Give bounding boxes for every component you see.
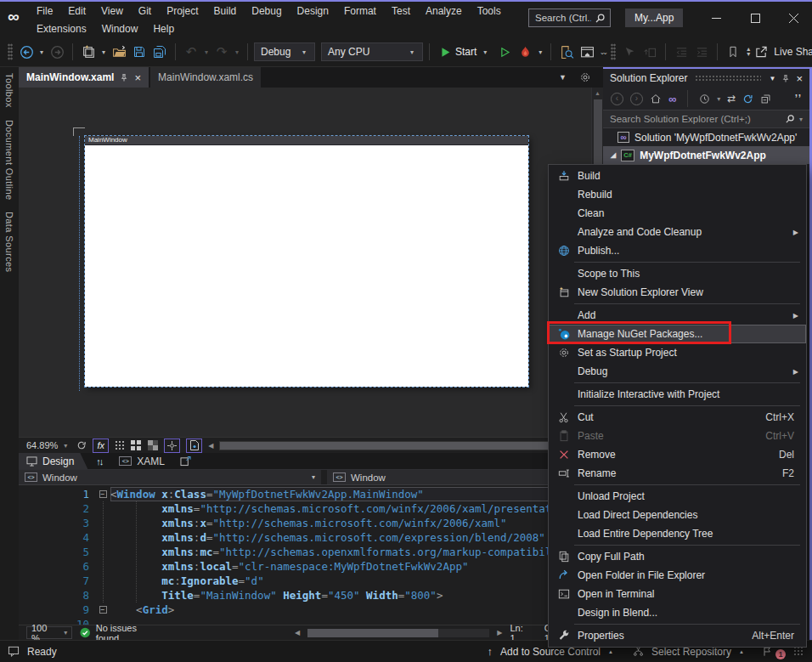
code-line-5[interactable]: 5 xmlns:mc="http://schemas.openxmlformat… [19, 545, 603, 559]
code-line-2[interactable]: 2 xmlns="http://schemas.microsoft.com/wi… [19, 501, 603, 516]
expander-icon[interactable]: ◢ [611, 152, 616, 159]
swap-panes-button[interactable]: ↑↓ [87, 453, 110, 469]
sync-with-active-document-button[interactable]: ∞ [668, 93, 676, 105]
context-menu-item-copy-full-path[interactable]: Copy Full Path [549, 547, 806, 566]
save-all-button[interactable] [150, 42, 169, 61]
tab-mainwindow-xaml-cs[interactable]: MainWindow.xaml.cs [150, 67, 261, 88]
tool-tab-data-sources[interactable]: Data Sources [4, 212, 14, 272]
menubar-item-test[interactable]: Test [384, 2, 418, 20]
pending-changes-filter-button[interactable] [699, 93, 710, 105]
find-in-files-button[interactable] [557, 42, 576, 61]
menubar-item-extensions[interactable]: Extensions [29, 20, 94, 37]
notification-badge[interactable]: 1 [775, 649, 786, 659]
code-line-1[interactable]: 1−<Window x:Class="MyWpfDotnetFwkWv2App.… [19, 487, 603, 501]
close-button[interactable] [777, 7, 809, 29]
context-menu-item-open-in-terminal[interactable]: Open in Terminal [549, 585, 806, 603]
maximize-button[interactable] [739, 7, 771, 29]
show-grid-button[interactable] [115, 440, 125, 450]
toggle-bookmark-button[interactable] [724, 42, 742, 61]
breakpoint-gutter[interactable] [19, 617, 66, 625]
tree-item-solution[interactable]: ∞ Solution 'MyWpfDotnetFwkWv2App' [603, 128, 809, 146]
context-menu-item-load-direct-dependencies[interactable]: Load Direct Dependencies [549, 506, 806, 524]
search-options-chevron-icon[interactable]: ▾ [799, 116, 803, 123]
breakpoint-gutter[interactable] [19, 530, 66, 545]
breakpoint-gutter[interactable] [19, 545, 66, 559]
menubar-item-debug[interactable]: Debug [244, 2, 289, 20]
back-dropdown-icon[interactable]: ▾ [37, 48, 46, 56]
scroll-left-icon[interactable]: ◀ [295, 629, 300, 637]
menubar-item-tools[interactable]: Tools [470, 2, 509, 20]
context-menu-item-add[interactable]: Add▶ [549, 306, 806, 325]
pin-icon[interactable] [781, 74, 790, 83]
code-line-9[interactable]: 9− <Grid> [19, 603, 603, 617]
context-menu-item-rename[interactable]: RenameF2 [549, 464, 806, 483]
collapse-all-button[interactable] [760, 93, 771, 105]
menubar-item-format[interactable]: Format [336, 2, 384, 20]
solution-explorer-search-input[interactable]: Search Solution Explorer (Ctrl+;) ▾ [603, 110, 809, 128]
breakpoint-gutter[interactable] [19, 501, 66, 516]
feedback-icon[interactable] [8, 646, 20, 657]
navigate-back-button[interactable] [17, 42, 36, 61]
tree-item-project-selected[interactable]: ◢ C# MyWpfDotnetFwkWv2App [603, 146, 809, 164]
context-menu-item-rebuild[interactable]: Rebuild [549, 185, 806, 204]
code-line-3[interactable]: 3 xmlns:x="http://schemas.microsoft.com/… [19, 516, 603, 530]
breakpoint-gutter[interactable] [19, 487, 66, 501]
breadcrumb-designer[interactable]: <> Window ▾ [19, 470, 321, 484]
filter-dropdown-icon[interactable]: ▾ [717, 95, 720, 103]
designer-horizontal-scrollbar[interactable] [219, 441, 596, 450]
context-menu-item-set-as-startup-project[interactable]: Set as Startup Project [549, 343, 806, 362]
code-line-6[interactable]: 6 xmlns:local="clr-namespace:MyWpfDotnet… [19, 559, 603, 574]
context-menu-item-new-solution-explorer-view[interactable]: New Solution Explorer View [549, 283, 806, 302]
code-line-4[interactable]: 4 xmlns:d="http://schemas.microsoft.com/… [19, 530, 603, 545]
design-window-preview[interactable]: MainWindow [85, 136, 528, 387]
fold-marker[interactable]: − [95, 487, 110, 501]
open-file-button[interactable] [110, 42, 128, 61]
code-line-10[interactable]: 10 [19, 617, 603, 625]
breakpoint-gutter[interactable] [19, 603, 66, 617]
vertical-split-button[interactable] [173, 453, 198, 469]
scrollbar-thumb[interactable] [220, 442, 580, 450]
editor-zoom-dropdown[interactable]: 100 % ▾ [26, 626, 72, 639]
close-panel-icon[interactable]: × [796, 72, 803, 85]
context-menu-item-initialize-interactive-with-project[interactable]: Initialize Interactive with Project [549, 385, 806, 404]
context-menu-item-publish[interactable]: Publish... [549, 241, 806, 260]
context-menu-item-build[interactable]: Build [549, 167, 806, 185]
web-browser-home-button[interactable] [578, 42, 596, 61]
snap-to-snaplines-button[interactable] [164, 439, 180, 453]
bookmark-dropdown-icon[interactable]: ▴▾ [744, 47, 753, 57]
document-list-chevron-icon[interactable]: ▼ [559, 73, 567, 82]
start-without-debugging-button[interactable] [495, 42, 514, 61]
effects-toggle-button[interactable]: fx [93, 439, 109, 453]
context-menu-item-unload-project[interactable]: Unload Project [549, 487, 806, 506]
menubar-item-window[interactable]: Window [94, 20, 146, 37]
solution-configuration-dropdown[interactable]: Debug ▾ [254, 42, 315, 61]
save-button[interactable] [130, 42, 149, 61]
scroll-left-icon[interactable]: ◀ [208, 442, 213, 450]
new-project-dropdown-icon[interactable]: ▾ [99, 48, 108, 56]
minimize-button[interactable] [700, 7, 732, 29]
code-line-8[interactable]: 8 Title="MainWindow" Height="450" Width=… [19, 588, 603, 603]
solution-platform-dropdown[interactable]: Any CPU ▾ [321, 42, 423, 61]
toolbar-overflow-icon[interactable]: ’’ [795, 93, 802, 105]
context-menu-item-debug[interactable]: Debug▶ [549, 362, 806, 381]
start-debugging-button[interactable]: Start ▾ [436, 46, 493, 58]
context-menu-item-load-entire-dependency-tree[interactable]: Load Entire Dependency Tree [549, 524, 806, 543]
caret-up-icon[interactable]: ▲ [739, 649, 744, 654]
window-position-chevron-icon[interactable]: ▼ [769, 75, 775, 82]
switch-views-icon[interactable]: ⇄ [727, 93, 736, 105]
context-menu-item-properties[interactable]: PropertiesAlt+Enter [549, 626, 806, 645]
breakpoint-gutter[interactable] [19, 516, 66, 530]
tab-xaml-view[interactable]: <> XAML [110, 453, 173, 469]
editor-horizontal-scrollbar[interactable] [307, 629, 489, 637]
menubar-item-analyze[interactable]: Analyze [418, 2, 470, 20]
solution-explorer-titlebar[interactable]: Solution Explorer ▼ × [603, 69, 809, 88]
breakpoint-gutter[interactable] [19, 574, 66, 588]
tool-tab-document-outline[interactable]: Document Outline [4, 120, 14, 200]
menubar-item-edit[interactable]: Edit [60, 2, 93, 20]
context-menu-item-manage-nuget-packages[interactable]: Manage NuGet Packages... [549, 325, 806, 343]
chevron-down-icon[interactable]: ▾ [312, 473, 315, 481]
context-menu-item-analyze-and-code-cleanup[interactable]: Analyze and Code Cleanup▶ [549, 223, 806, 241]
code-line-7[interactable]: 7 mc:Ignorable="d" [19, 574, 603, 588]
menubar-item-project[interactable]: Project [159, 2, 206, 20]
refresh-button[interactable] [742, 93, 753, 105]
